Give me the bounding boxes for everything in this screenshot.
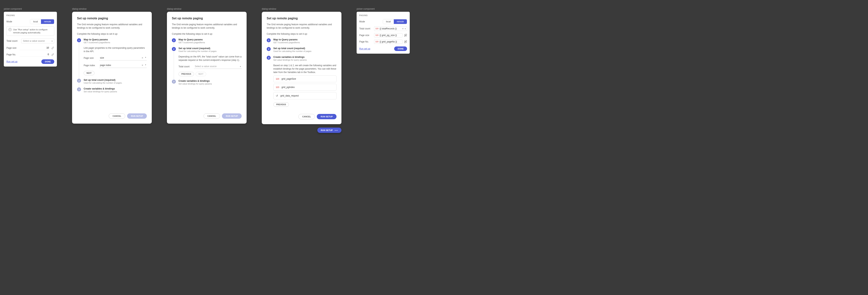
clear-icon[interactable]: × [402, 27, 404, 30]
chevron-down-icon[interactable]: ▾ [145, 56, 146, 59]
step-3-sub: Set value bindings for query params [84, 91, 147, 93]
variable-name: grid_pgIndex [281, 86, 294, 89]
run-setup-link[interactable]: Run set up [6, 60, 18, 63]
step-1-badge: 1 [77, 38, 81, 42]
chevron-down-icon[interactable]: ▾ [145, 64, 146, 67]
page-size-input[interactable] [20, 46, 50, 50]
page-index-param-value: page index [100, 64, 141, 67]
dialog-instruction: Complete the following steps to set it u… [267, 32, 337, 36]
variable-row[interactable]: ↺ grid_data_request [273, 92, 337, 99]
dialog-desc: The Grid remote paging feature requires … [77, 23, 147, 30]
page-size-binding: {{ grid_pg_size }} [379, 34, 401, 37]
run-setup-button[interactable]: RUN SETUP [222, 113, 242, 119]
unbind-icon[interactable] [404, 34, 407, 37]
picker-title: PAGING [6, 14, 54, 17]
total-count-select[interactable]: Select a value source ▾ [21, 38, 54, 43]
total-count-label: Total count [6, 40, 20, 42]
chevron-down-icon[interactable]: ▾ [405, 28, 406, 30]
done-button[interactable]: DONE [41, 59, 54, 64]
panel-label: dialog-window [262, 8, 341, 10]
dialog-desc: The Grid remote paging feature requires … [172, 23, 242, 30]
page-no-binding: {{ grid_pageNo }} [379, 40, 401, 43]
run-setup-button[interactable]: RUN SETUP [317, 114, 337, 119]
next-button[interactable]: NEXT [84, 71, 94, 75]
step-2-sub: Used for calculating the number of pages [179, 50, 242, 52]
cancel-button[interactable]: CANCEL [299, 114, 315, 119]
mode-label: Mode [6, 20, 20, 23]
mode-remote-button[interactable]: remote [41, 19, 54, 24]
unbind-icon[interactable] [404, 40, 407, 43]
variable-row[interactable]: 123 grid_pgIndex [273, 84, 337, 91]
run-setup-link[interactable]: Run set up [359, 47, 370, 50]
number-type-icon: 123 [375, 41, 378, 43]
info-text: Use "Run setup" action to configure remo… [13, 28, 52, 34]
mode-toggle[interactable]: local remote [383, 19, 407, 24]
page-index-param-input[interactable]: page index ×▾ [99, 63, 147, 68]
total-count-select[interactable]: Select a value source ▾ [194, 64, 242, 69]
step-3-badge: 3 [172, 79, 176, 84]
loading-dots-icon: ••• [335, 129, 338, 131]
run-setup-button[interactable]: RUN SETUP [127, 113, 147, 119]
total-count-binding: {{ totalRecords }} [379, 27, 401, 30]
page-no-label: Page No. [359, 40, 373, 43]
cancel-button[interactable]: CANCEL [109, 113, 125, 119]
page-no-bound-input[interactable]: 123 {{ grid_pageNo }} [374, 40, 403, 44]
chevron-down-icon: ▾ [52, 40, 53, 42]
step-2-content: Depending on the API, the "total count" … [179, 55, 242, 62]
run-setup-chip[interactable]: RUN SETUP ••• [317, 128, 341, 133]
total-count-placeholder: Select a value source [23, 40, 45, 42]
dialog-instruction: Complete the following steps to set it u… [172, 32, 242, 36]
mode-toggle[interactable]: local remote [30, 19, 54, 24]
variable-row[interactable]: 123 grid_pageSize [273, 75, 337, 82]
total-count-label: Total count [179, 65, 192, 68]
next-button: NEXT [195, 72, 206, 76]
mode-label: Mode [359, 20, 373, 23]
run-setup-chip-label: RUN SETUP [321, 129, 333, 131]
done-button[interactable]: DONE [394, 46, 407, 51]
picker-paging-panel-bound: PAGING Mode local remote Total count 123… [356, 12, 410, 54]
number-type-icon: 123 [375, 34, 378, 36]
dialog-title: Set up remote paging [267, 17, 337, 20]
step-2-title: Set up total count (required) [179, 47, 242, 50]
info-box: i Use "Run setup" action to configure re… [6, 26, 54, 36]
step-1-badge: 1 [267, 38, 271, 42]
picker-paging-panel: PAGING Mode local remote i Use "Run setu… [4, 12, 57, 67]
total-count-label: Total count [359, 27, 373, 30]
variable-name: grid_pageSize [281, 77, 296, 80]
clear-icon[interactable]: × [142, 64, 143, 67]
total-count-bound-input[interactable]: 123 {{ totalRecords }} × ▾ [374, 26, 407, 31]
cancel-button[interactable]: CANCEL [204, 113, 220, 119]
chevron-down-icon[interactable]: ▾ [240, 65, 241, 67]
variable-name: grid_data_request [280, 94, 299, 97]
step-1-title: Map to Query params [84, 38, 147, 41]
dialog-title: Set up remote paging [172, 17, 242, 20]
step-2-sub: Used for calculating the number of pages [273, 50, 337, 52]
page-size-label: Page size [84, 57, 97, 59]
previous-button[interactable]: PREVIOUS [273, 102, 289, 107]
step-3-badge: 3 [77, 88, 81, 91]
bind-icon[interactable] [51, 46, 54, 50]
mode-local-button[interactable]: local [30, 19, 41, 24]
clear-icon[interactable]: × [142, 56, 143, 59]
page-size-param-input[interactable]: size ×▾ [99, 55, 147, 61]
info-icon: i [8, 28, 11, 31]
step-1-sub: GET /customers.pagedItems [273, 41, 337, 43]
bind-icon[interactable] [51, 53, 54, 56]
step-2-sub: Used for calculating the number of pages… [84, 82, 147, 84]
step-3-badge: 3 [267, 56, 271, 60]
number-type-icon: 123 [375, 28, 378, 30]
step-2-title: Set up total count (required) [84, 79, 147, 81]
step-1-title: Map to Query params [273, 38, 337, 41]
mode-remote-button[interactable]: remote [394, 19, 407, 24]
previous-button[interactable]: PREVIOUS [179, 72, 194, 76]
panel-label: picker-component [356, 8, 410, 10]
dialog-instruction: Complete the following steps to set it u… [77, 32, 147, 36]
panel-label: dialog-window [72, 8, 152, 10]
mode-local-button[interactable]: local [383, 19, 394, 24]
page-no-input[interactable] [20, 52, 50, 57]
page-size-bound-input[interactable]: 123 {{ grid_pg_size }} [374, 33, 403, 37]
step-1-content: Link pager properties to the correspondi… [84, 46, 147, 53]
step-1-sub: GET /customers.pagedItems [84, 41, 147, 43]
page-size-label: Page size [359, 34, 373, 37]
step-2-badge: 2 [267, 47, 271, 51]
